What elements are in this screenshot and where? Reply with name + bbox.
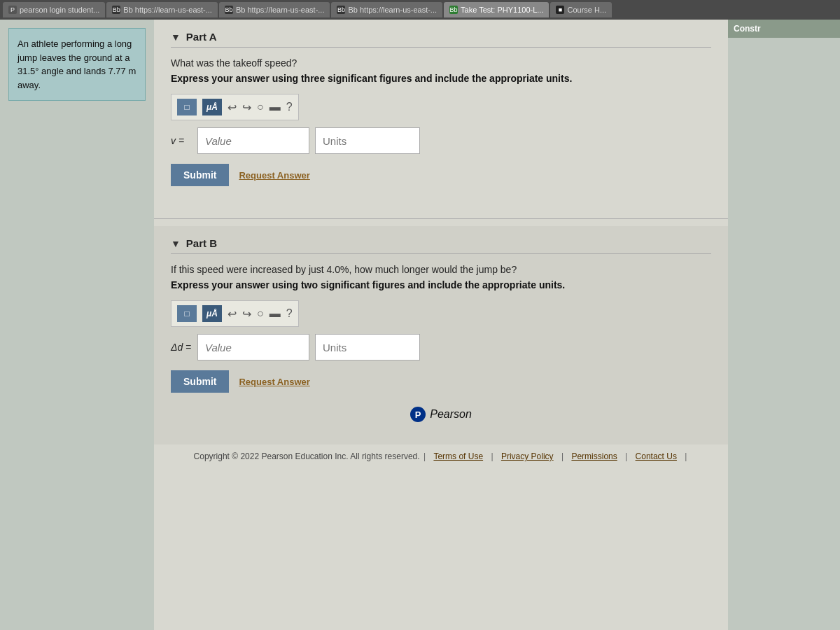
refresh-b-icon[interactable]: ○ [257,307,264,320]
tab-favicon-bb3: Bb [337,6,345,14]
tab-bb-3[interactable]: Bb Bb https://learn-us-east-... [331,2,442,18]
part-a-title: Part A [186,31,217,43]
toolbar-a-mu-btn[interactable]: μÅ [202,99,222,115]
part-b-buttons-row: Submit Request Answer [171,370,711,393]
part-b-header: ▼ Part B [171,237,711,254]
section-divider [154,218,728,219]
part-a-section: ▼ Part A What was the takeoff speed? Exp… [154,20,728,211]
keyboard-b-icon[interactable]: ▬ [270,307,281,320]
toolbar-b-format-btn[interactable]: □ [177,305,197,322]
undo-icon[interactable]: ↩ [227,101,237,114]
pearson-circle-icon: P [410,407,426,422]
part-b-answer-label: Δd = [171,342,192,353]
part-b-instruction: Express your answer using two significan… [171,279,711,290]
tab-course[interactable]: ■ Course H... [550,2,612,18]
part-b-section: ▼ Part B If this speed were increased by… [154,226,728,444]
footer: Copyright © 2022 Pearson Education Inc. … [154,444,728,468]
tab-favicon-bb1: Bb [112,6,120,14]
part-b-submit-button[interactable]: Submit [171,370,229,393]
toolbar-a-format-btn[interactable]: □ [177,99,197,115]
tab-favicon-pearson: P [8,6,17,14]
part-b-request-answer-link[interactable]: Request Answer [239,377,309,387]
refresh-icon[interactable]: ○ [257,101,264,113]
redo-b-icon[interactable]: ↪ [242,307,251,321]
main-container: An athlete performing a long jump leaves… [0,20,840,630]
footer-privacy-link[interactable]: Privacy Policy [501,451,554,461]
tab-favicon-course: ■ [556,6,564,14]
keyboard-icon[interactable]: ▬ [270,101,281,113]
part-b-units-input[interactable] [315,334,420,360]
part-a-answer-row: v = [171,127,711,154]
part-b-value-input[interactable] [197,334,309,360]
part-b-arrow-icon: ▼ [171,238,181,249]
problem-statement: An athlete performing a long jump leaves… [8,28,146,101]
part-a-request-answer-link[interactable]: Request Answer [239,170,309,181]
pearson-logo: P Pearson [171,407,711,422]
content-area: ▼ Part A What was the takeoff speed? Exp… [154,20,728,630]
part-b-toolbar: □ μÅ ↩ ↪ ○ ▬ ? [171,300,299,327]
part-a-question: What was the takeoff speed? [171,57,711,69]
part-a-instruction: Express your answer using three signific… [171,73,711,84]
footer-terms-link[interactable]: Terms of Use [433,451,483,461]
part-a-submit-button[interactable]: Submit [171,164,229,186]
pearson-name: Pearson [430,408,472,421]
part-a-header: ▼ Part A [171,31,711,48]
browser-tab-bar: P pearson login student... Bb Bb https:/… [0,0,840,20]
left-sidebar: An athlete performing a long jump leaves… [0,20,154,630]
part-a-toolbar: □ μÅ ↩ ↪ ○ ▬ ? [171,94,299,120]
right-sidebar-header: Constr [728,20,840,38]
right-sidebar: Constr [728,20,840,630]
tab-take-test[interactable]: Bb Take Test: PHY1100-L... [444,2,549,18]
part-a-answer-label: v = [171,135,192,146]
tab-favicon-bb2: Bb [225,6,233,14]
part-b-question: If this speed were increased by just 4.0… [171,264,711,275]
redo-icon[interactable]: ↪ [242,101,251,114]
tab-bb-1[interactable]: Bb Bb https://learn-us-east-... [106,2,218,18]
tab-bb-2[interactable]: Bb Bb https://learn-us-east-... [219,2,330,18]
undo-b-icon[interactable]: ↩ [227,307,237,321]
help-b-icon[interactable]: ? [286,307,293,320]
tab-favicon-bb4: Bb [449,6,458,14]
tab-pearson-login[interactable]: P pearson login student... [3,2,105,18]
footer-contact-link[interactable]: Contact Us [636,451,677,461]
part-b-answer-row: Δd = [171,334,711,360]
part-b-title: Part B [186,237,217,249]
part-a-value-input[interactable] [197,127,309,154]
part-a-buttons-row: Submit Request Answer [171,164,711,186]
footer-permissions-link[interactable]: Permissions [571,451,617,461]
help-icon[interactable]: ? [286,101,293,113]
part-a-units-input[interactable] [315,127,420,154]
part-a-arrow-icon: ▼ [171,31,181,43]
toolbar-b-mu-btn[interactable]: μÅ [202,305,222,322]
